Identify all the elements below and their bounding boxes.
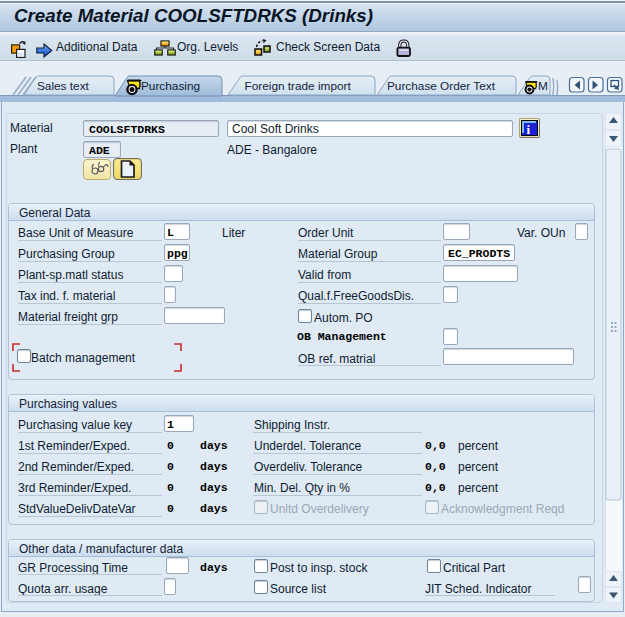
svg-text:Purchasing: Purchasing [141,79,200,93]
svg-text:Purchase Order Text: Purchase Order Text [387,79,496,93]
svg-text:Sales text: Sales text [37,79,90,93]
svg-text:M: M [538,79,548,93]
svg-text:Foreign trade import: Foreign trade import [245,79,352,93]
